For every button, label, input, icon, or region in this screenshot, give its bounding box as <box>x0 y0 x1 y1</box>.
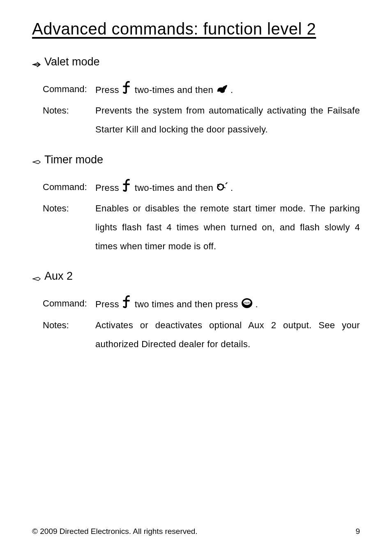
command-label: Command: <box>43 294 95 314</box>
arrow-bullet-icon <box>32 58 41 66</box>
command-content: Press two times and then press AUX . <box>95 294 360 314</box>
command-pre: Press <box>95 81 119 100</box>
page-title-text: Advanced commands: function level 2 <box>32 20 316 38</box>
notes-content: Activates or deactivates optional Aux 2 … <box>95 316 360 354</box>
page-footer: © 2009 Directed Electronics. All rights … <box>32 527 360 536</box>
section-heading: Aux 2 <box>32 270 360 283</box>
timer-icon <box>216 181 228 192</box>
command-pre: Press <box>95 179 119 197</box>
arrow-bullet-icon <box>32 156 41 163</box>
svg-point-2 <box>218 188 219 189</box>
s-icon <box>216 84 228 95</box>
section-heading: Timer mode <box>32 153 360 166</box>
notes-label: Notes: <box>43 101 95 139</box>
notes-row: Notes: Prevents the system from automati… <box>43 101 360 139</box>
page-title: Advanced commands: function level 2 <box>32 20 360 38</box>
function-f-icon <box>122 179 132 191</box>
section-heading: Valet mode <box>32 56 360 68</box>
section-aux-2: Aux 2 Command: Press two times and then … <box>32 270 360 354</box>
command-row: Command: Press two-times and then <box>43 178 360 197</box>
function-f-icon <box>122 295 132 308</box>
command-row: Command: Press two-times and then . <box>43 80 360 100</box>
heading-text: Timer mode <box>44 153 103 166</box>
command-pre: Press <box>95 295 119 314</box>
command-row: Command: Press two times and then press … <box>43 294 360 314</box>
command-end: . <box>231 81 233 100</box>
svg-point-1 <box>219 186 220 187</box>
copyright-text: © 2009 Directed Electronics. All rights … <box>32 527 198 536</box>
command-label: Command: <box>43 178 95 197</box>
notes-label: Notes: <box>43 316 95 354</box>
arrow-bullet-icon <box>32 273 41 280</box>
command-end: . <box>231 179 233 197</box>
section-timer-mode: Timer mode Command: Press two-times and … <box>32 153 360 256</box>
svg-text:AUX: AUX <box>244 302 250 304</box>
command-label: Command: <box>43 80 95 100</box>
svg-point-0 <box>217 184 219 185</box>
page-number: 9 <box>355 527 360 536</box>
notes-label: Notes: <box>43 199 95 256</box>
heading-text: Aux 2 <box>44 270 73 283</box>
section-valet-mode: Valet mode Command: Press two-times and … <box>32 56 360 139</box>
heading-text: Valet mode <box>44 56 100 68</box>
command-mid: two times and then press <box>135 295 238 314</box>
function-f-icon <box>122 81 132 93</box>
command-content: Press two-times and then . <box>95 80 360 100</box>
notes-content: Enables or disables the remote start tim… <box>95 199 360 256</box>
notes-row: Notes: Activates or deactivates optional… <box>43 316 360 354</box>
command-mid: two-times and then <box>135 81 213 100</box>
command-content: Press two-times and then . <box>95 178 360 197</box>
aux-icon: AUX <box>241 298 253 308</box>
notes-content: Prevents the system from automatically a… <box>95 101 360 139</box>
notes-row: Notes: Enables or disables the remote st… <box>43 199 360 256</box>
command-end: . <box>256 295 258 314</box>
command-mid: two-times and then <box>135 179 213 197</box>
